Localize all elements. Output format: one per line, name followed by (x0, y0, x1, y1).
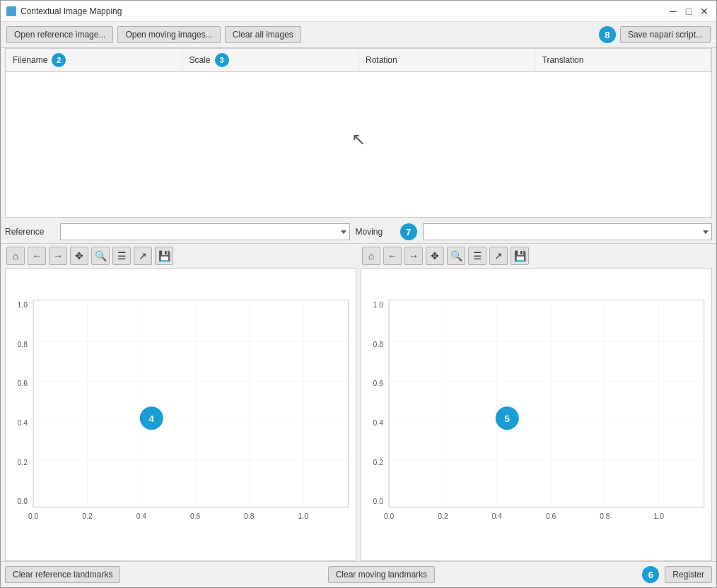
svg-text:0.0: 0.0 (384, 512, 395, 520)
svg-text:0.6: 0.6 (373, 380, 384, 387)
filename-column-header: Filename 2 (6, 49, 182, 71)
badge-6: 6 (642, 566, 659, 583)
svg-text:0.2: 0.2 (18, 459, 28, 466)
window-title: Contextual Image Mapping (21, 6, 122, 16)
mov-home-button[interactable]: ⌂ (362, 247, 380, 265)
moving-plot-panel: ⌂ ← → ✥ 🔍 ☰ ↗ 💾 1.0 0.8 0.6 0.4 0.2 0.0 (361, 244, 712, 561)
svg-text:0.4: 0.4 (373, 419, 384, 427)
mov-settings-button[interactable]: ☰ (468, 247, 486, 265)
save-napari-button[interactable]: Save napari script... (620, 26, 711, 43)
mov-zoom-button[interactable]: 🔍 (447, 247, 465, 265)
mov-forward-button[interactable]: → (404, 247, 423, 265)
ref-home-button[interactable]: ⌂ (6, 247, 25, 265)
table-header: Filename 2 Scale 3 Rotation Translation (6, 49, 711, 72)
mov-save-button[interactable]: 💾 (511, 247, 529, 265)
svg-text:4: 4 (149, 413, 155, 424)
badge-3: 3 (215, 53, 229, 67)
reference-label: Reference (5, 227, 54, 237)
svg-text:0.4: 0.4 (18, 419, 28, 427)
images-table: Filename 2 Scale 3 Rotation Translation … (5, 48, 712, 218)
moving-label: Moving (356, 227, 395, 237)
scale-column-header: Scale 3 (182, 49, 359, 71)
svg-text:0.4: 0.4 (136, 512, 147, 520)
main-window: Contextual Image Mapping ─ □ ✕ Open refe… (0, 0, 717, 588)
ref-forward-button[interactable]: → (49, 247, 67, 265)
moving-plot-canvas[interactable]: 1.0 0.8 0.6 0.4 0.2 0.0 0.0 0.2 0.4 0.6 … (361, 268, 712, 561)
filename-label: Filename (13, 55, 47, 65)
open-moving-button[interactable]: Open moving images... (117, 26, 220, 43)
ref-move-button[interactable]: ✥ (70, 247, 88, 265)
ref-chart-button[interactable]: ↗ (134, 247, 152, 265)
reference-dropdown[interactable] (60, 223, 350, 240)
mov-move-button[interactable]: ✥ (426, 247, 444, 265)
svg-text:1.0: 1.0 (18, 301, 28, 309)
mov-back-button[interactable]: ← (383, 247, 402, 265)
rotation-label: Rotation (366, 55, 397, 65)
translation-label: Translation (542, 55, 584, 65)
badge-2: 2 (52, 53, 66, 67)
cursor-icon: ↖ (351, 129, 366, 149)
main-toolbar: Open reference image... Open moving imag… (1, 22, 716, 48)
clear-reference-landmarks-button[interactable]: Clear reference landmarks (5, 566, 120, 583)
maximize-button[interactable]: □ (682, 5, 695, 18)
plots-area: ⌂ ← → ✥ 🔍 ☰ ↗ 💾 1.0 0.8 0.6 0.4 0.2 0.0 (1, 244, 716, 561)
svg-text:0.2: 0.2 (438, 512, 448, 520)
svg-text:0.8: 0.8 (373, 341, 384, 348)
svg-text:0.0: 0.0 (28, 512, 39, 520)
reference-plot-canvas[interactable]: 1.0 0.8 0.6 0.4 0.2 0.0 0.0 0.2 0.4 0.6 … (5, 268, 356, 561)
svg-text:0.6: 0.6 (546, 512, 556, 520)
moving-plot-toolbar: ⌂ ← → ✥ 🔍 ☰ ↗ 💾 (361, 244, 712, 268)
svg-text:0.6: 0.6 (190, 512, 201, 520)
ref-zoom-button[interactable]: 🔍 (91, 247, 110, 265)
register-button[interactable]: Register (665, 566, 712, 583)
badge-8: 8 (599, 26, 616, 43)
app-icon (6, 6, 16, 16)
reference-plot-toolbar: ⌂ ← → ✥ 🔍 ☰ ↗ 💾 (5, 244, 356, 268)
svg-text:1.0: 1.0 (654, 512, 665, 520)
bottom-bar: Clear reference landmarks Clear moving l… (1, 561, 716, 587)
reference-plot-panel: ⌂ ← → ✥ 🔍 ☰ ↗ 💾 1.0 0.8 0.6 0.4 0.2 0.0 (5, 244, 356, 561)
ref-save-button[interactable]: 💾 (155, 247, 173, 265)
reference-moving-row: Reference Moving 7 (1, 220, 716, 244)
clear-moving-landmarks-button[interactable]: Clear moving landmarks (328, 566, 435, 583)
svg-text:0.4: 0.4 (492, 512, 503, 520)
title-bar-left: Contextual Image Mapping (6, 6, 122, 16)
mov-chart-button[interactable]: ↗ (489, 247, 508, 265)
badge-7: 7 (400, 223, 417, 240)
svg-text:0.0: 0.0 (373, 498, 384, 505)
window-controls: ─ □ ✕ (667, 5, 711, 18)
moving-dropdown[interactable] (423, 223, 713, 240)
scale-label: Scale (190, 55, 211, 65)
svg-text:0.2: 0.2 (373, 459, 384, 466)
svg-text:1.0: 1.0 (373, 301, 384, 309)
svg-text:0.2: 0.2 (82, 512, 93, 520)
translation-column-header: Translation (535, 49, 712, 71)
ref-back-button[interactable]: ← (28, 247, 46, 265)
svg-rect-12 (33, 300, 349, 507)
svg-text:5: 5 (505, 413, 511, 424)
open-reference-button[interactable]: Open reference image... (6, 26, 113, 43)
ref-settings-button[interactable]: ☰ (112, 247, 131, 265)
svg-text:1.0: 1.0 (298, 512, 309, 520)
rotation-column-header: Rotation (358, 49, 535, 71)
svg-rect-36 (389, 300, 704, 507)
svg-text:0.0: 0.0 (18, 498, 28, 505)
close-button[interactable]: ✕ (698, 5, 711, 18)
svg-text:0.6: 0.6 (18, 380, 28, 387)
svg-text:0.8: 0.8 (244, 512, 255, 520)
table-body: ↖ (6, 72, 711, 206)
clear-all-button[interactable]: Clear all images (225, 26, 301, 43)
svg-text:0.8: 0.8 (18, 341, 28, 348)
minimize-button[interactable]: ─ (667, 5, 680, 18)
title-bar: Contextual Image Mapping ─ □ ✕ (1, 1, 716, 22)
svg-text:0.8: 0.8 (600, 512, 610, 520)
